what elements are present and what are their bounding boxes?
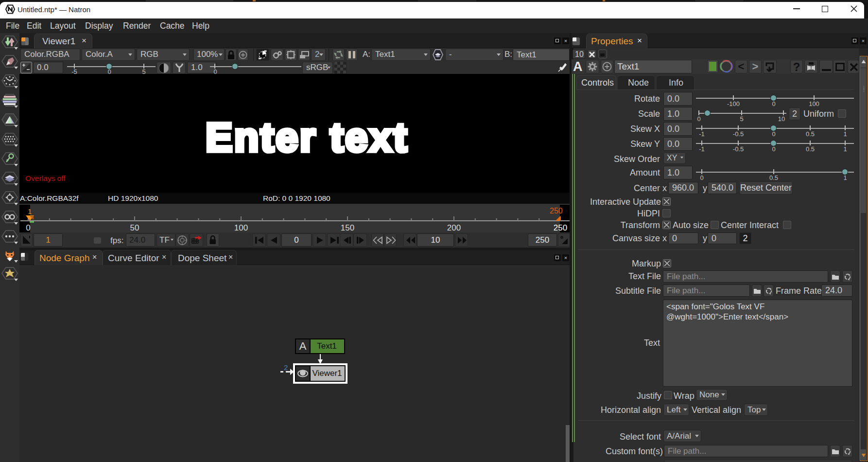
svg-text:Enter text: Enter text — [206, 115, 409, 159]
